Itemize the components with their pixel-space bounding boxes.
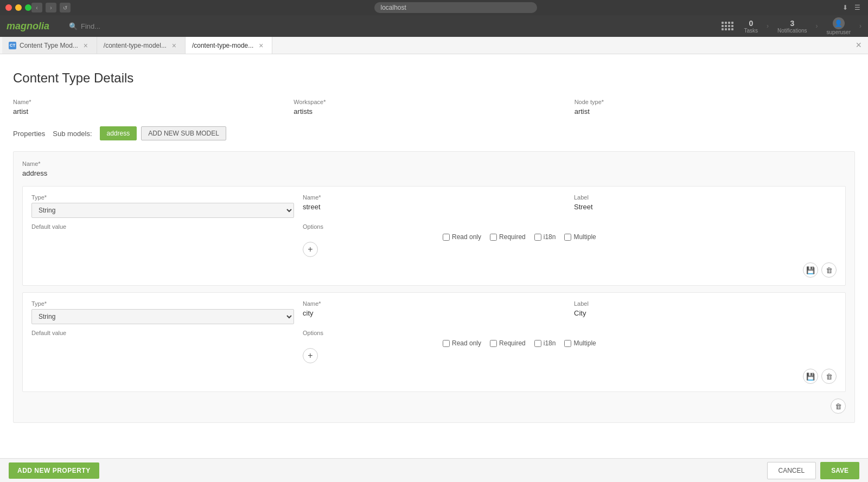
- prop2-add-option-button[interactable]: +: [303, 348, 318, 363]
- prop2-name-label: Name*: [303, 300, 565, 307]
- prop1-required-checkbox[interactable]: Required: [490, 233, 526, 241]
- prop2-multiple-input[interactable]: [564, 340, 571, 347]
- tab-label-1: Content Type Mod...: [20, 42, 78, 49]
- tab-close-3[interactable]: ×: [257, 41, 265, 50]
- search-bar[interactable]: 🔍 Find...: [58, 22, 100, 30]
- prop1-multiple-checkbox[interactable]: Multiple: [564, 233, 596, 241]
- prop2-i18n-checkbox[interactable]: i18n: [534, 339, 556, 347]
- tab-content-type-model-2[interactable]: /content-type-mode... ×: [186, 37, 272, 54]
- prop1-name-value: street: [303, 203, 565, 211]
- address-sub-model-tab[interactable]: address: [100, 126, 137, 140]
- menu-button[interactable]: ☰: [852, 3, 863, 12]
- refresh-button[interactable]: ↺: [60, 3, 71, 12]
- tasks-count: 0: [749, 19, 753, 28]
- tab-content-type-mod[interactable]: CT Content Type Mod... ×: [2, 37, 97, 54]
- prop2-multiple-checkbox[interactable]: Multiple: [564, 339, 596, 347]
- prop1-readonly-input[interactable]: [443, 234, 450, 241]
- nav-separator-3: ›: [859, 22, 861, 30]
- tasks-label: Tasks: [744, 28, 758, 34]
- prop1-i18n-label: i18n: [544, 233, 556, 241]
- add-new-property-button[interactable]: ADD NEW PROPERTY: [9, 462, 99, 479]
- prop2-options-label: Options: [303, 330, 434, 336]
- sub-model-delete-button[interactable]: 🗑: [831, 399, 846, 414]
- prop1-required-input[interactable]: [490, 234, 497, 241]
- tab-close-2[interactable]: ×: [170, 41, 178, 50]
- property-card-1-top-row: Type* String Integer Boolean Date Name* …: [31, 194, 837, 218]
- tab-label-3: /content-type-mode...: [192, 42, 253, 49]
- add-new-sub-model-button[interactable]: ADD NEW SUB MODEL: [141, 126, 226, 140]
- tab-label-2: /content-type-model...: [104, 42, 167, 49]
- prop1-add-option-button[interactable]: +: [303, 242, 318, 257]
- prop1-required-label: Required: [499, 233, 526, 241]
- bottom-right-buttons: CANCEL SAVE: [767, 462, 859, 479]
- prop2-save-button[interactable]: 💾: [803, 369, 818, 384]
- prop2-required-checkbox[interactable]: Required: [490, 339, 526, 347]
- prop2-default-label: Default value: [31, 330, 294, 336]
- prop2-readonly-input[interactable]: [443, 340, 450, 347]
- tab-content-type-model-1[interactable]: /content-type-model... ×: [97, 37, 186, 54]
- apps-grid-icon[interactable]: [722, 22, 733, 30]
- top-nav: magnolia 🔍 Find... 0 Tasks › 3 Notificat…: [0, 15, 868, 37]
- node-type-value: artist: [575, 107, 855, 115]
- prop1-card-actions: 💾 🗑: [31, 262, 837, 278]
- download-button[interactable]: ⬇: [840, 3, 850, 12]
- notifications-count: 3: [790, 19, 794, 28]
- save-button[interactable]: SAVE: [820, 462, 859, 479]
- maximize-window-button[interactable]: [25, 4, 31, 11]
- workspace-value: artists: [293, 107, 574, 115]
- properties-label: Properties: [13, 130, 45, 138]
- workspace-label: Workspace*: [293, 99, 574, 105]
- notifications-nav-item[interactable]: 3 Notifications: [777, 19, 807, 34]
- prop1-multiple-input[interactable]: [564, 234, 571, 241]
- url-bar[interactable]: localhost: [374, 2, 537, 13]
- prop2-delete-button[interactable]: 🗑: [821, 369, 837, 384]
- prop2-readonly-checkbox[interactable]: Read only: [443, 339, 481, 347]
- prop2-options-field: Options +: [303, 330, 434, 363]
- prop2-type-field: Type* String Integer Boolean Date: [31, 300, 294, 324]
- tabs-right: ×: [856, 40, 866, 51]
- back-button[interactable]: ‹: [31, 3, 42, 12]
- top-nav-right: 0 Tasks › 3 Notifications › 👤 superuser …: [722, 17, 862, 35]
- user-label: superuser: [827, 29, 851, 35]
- node-type-field: Node type* artist: [575, 99, 855, 115]
- prop1-name-label: Name*: [303, 194, 565, 201]
- prop2-default-field: Default value: [31, 330, 294, 338]
- prop1-label-value: Street: [574, 203, 837, 211]
- prop1-type-label: Type*: [31, 194, 294, 201]
- prop1-i18n-input[interactable]: [534, 234, 541, 241]
- main-form-row: Name* artist Workspace* artists Node typ…: [13, 99, 855, 115]
- tab-close-1[interactable]: ×: [81, 41, 90, 50]
- minimize-window-button[interactable]: [15, 4, 22, 11]
- workspace-field: Workspace* artists: [293, 99, 574, 115]
- prop2-name-value: city: [303, 309, 565, 317]
- property-card-1: Type* String Integer Boolean Date Name* …: [22, 186, 846, 286]
- close-window-button[interactable]: [5, 4, 12, 11]
- user-nav-item[interactable]: 👤 superuser: [827, 17, 851, 35]
- prop1-multiple-label: Multiple: [573, 233, 596, 241]
- cancel-button[interactable]: CANCEL: [767, 462, 816, 479]
- sub-models-label: Sub models:: [53, 130, 92, 138]
- close-all-tabs-button[interactable]: ×: [856, 40, 861, 51]
- nav-buttons: ‹ › ↺: [31, 3, 71, 12]
- title-bar: ‹ › ↺ localhost ⬇ ☰: [0, 0, 868, 15]
- prop1-save-button[interactable]: 💾: [803, 262, 818, 278]
- prop1-i18n-checkbox[interactable]: i18n: [534, 233, 556, 241]
- prop1-options-field: Options +: [303, 223, 434, 257]
- main-content: Content Type Details Name* artist Worksp…: [0, 54, 868, 482]
- model-tabs: Properties Sub models: address ADD NEW S…: [13, 126, 855, 140]
- user-avatar: 👤: [833, 17, 845, 29]
- tab-icon-content-type-mod: CT: [9, 42, 16, 49]
- prop2-required-input[interactable]: [490, 340, 497, 347]
- name-field: Name* artist: [13, 99, 293, 115]
- prop1-default-field: Default value: [31, 223, 294, 232]
- prop2-type-select[interactable]: String Integer Boolean Date: [31, 309, 294, 324]
- prop1-delete-button[interactable]: 🗑: [821, 262, 837, 278]
- forward-button[interactable]: ›: [46, 3, 56, 12]
- tasks-nav-item[interactable]: 0 Tasks: [744, 19, 758, 34]
- property-card-1-bottom-row: Default value Options + Read only Requir…: [31, 223, 837, 257]
- prop2-name-field: Name* city: [303, 300, 565, 317]
- prop1-type-select[interactable]: String Integer Boolean Date: [31, 203, 294, 218]
- prop2-i18n-input[interactable]: [534, 340, 541, 347]
- prop1-readonly-checkbox[interactable]: Read only: [443, 233, 481, 241]
- prop1-label-label: Label: [574, 194, 837, 201]
